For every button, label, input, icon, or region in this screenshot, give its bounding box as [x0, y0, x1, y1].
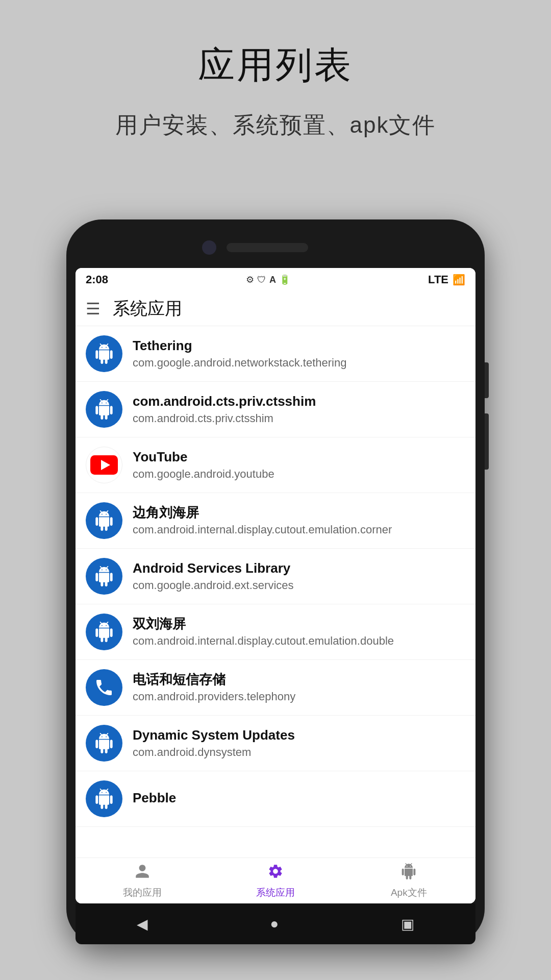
app-package: com.android.internal.display.cutout.emul…: [133, 634, 465, 649]
phone-top-bar: [66, 219, 485, 276]
home-button[interactable]: ●: [270, 916, 279, 932]
battery-icon: 🔋: [279, 274, 290, 285]
app-icon: [86, 447, 122, 483]
status-bar: 2:08 ⚙ 🛡 A 🔋 LTE 📶: [76, 268, 475, 291]
phone-camera: [202, 240, 216, 255]
app-text: YouTube com.google.android.youtube: [133, 449, 465, 481]
app-name: 电话和短信存储: [133, 671, 465, 689]
app-package: com.google.android.networkstack.tetherin…: [133, 356, 465, 371]
bottom-nav: 我的应用 系统应用 Apk文件: [76, 857, 475, 903]
app-text: Dynamic System Updates com.android.dynsy…: [133, 727, 465, 760]
app-package: com.google.android.youtube: [133, 467, 465, 482]
list-item[interactable]: 边角刘海屏 com.android.internal.display.cutou…: [76, 493, 475, 549]
list-item[interactable]: com.android.cts.priv.ctsshim com.android…: [76, 382, 475, 437]
apk-label: Apk文件: [391, 886, 427, 899]
app-text: com.android.cts.priv.ctsshim com.android…: [133, 393, 465, 426]
app-icon: [86, 391, 122, 428]
app-icon: [86, 335, 122, 372]
app-name: com.android.cts.priv.ctsshim: [133, 393, 465, 410]
app-name: Dynamic System Updates: [133, 727, 465, 744]
back-button[interactable]: ◀: [137, 916, 148, 933]
status-time: 2:08: [86, 273, 108, 286]
app-icon: [86, 502, 122, 539]
app-text: Pebble: [133, 790, 465, 808]
list-item[interactable]: 电话和短信存储 com.android.providers.telephony: [76, 660, 475, 716]
app-text: 边角刘海屏 com.android.internal.display.cutou…: [133, 504, 465, 537]
app-text: 双刘海屏 com.android.internal.display.cutout…: [133, 616, 465, 648]
page-header: 应用列表 用户安装、系统预置、apk文件: [0, 0, 551, 140]
app-bar: ☰ 系统应用: [76, 291, 475, 326]
hamburger-menu-icon[interactable]: ☰: [86, 299, 101, 318]
system-apps-label: 系统应用: [256, 886, 295, 899]
list-item[interactable]: YouTube com.google.android.youtube: [76, 437, 475, 493]
system-apps-icon: [267, 863, 284, 884]
app-package: com.android.providers.telephony: [133, 690, 465, 704]
phone-frame: 2:08 ⚙ 🛡 A 🔋 LTE 📶 ☰ 系统应用: [66, 219, 485, 944]
list-item[interactable]: Dynamic System Updates com.android.dynsy…: [76, 716, 475, 771]
status-network: LTE 📶: [428, 273, 465, 286]
status-icons: ⚙ 🛡 A 🔋: [246, 274, 290, 285]
vpn-icon: A: [269, 275, 276, 285]
app-bar-title: 系统应用: [113, 297, 182, 321]
app-package: com.android.internal.display.cutout.emul…: [133, 523, 465, 537]
app-package: com.google.android.ext.services: [133, 578, 465, 593]
phone-screen: 2:08 ⚙ 🛡 A 🔋 LTE 📶 ☰ 系统应用: [76, 268, 475, 903]
settings-icon: ⚙: [246, 274, 254, 285]
app-name: YouTube: [133, 449, 465, 466]
app-name: Tethering: [133, 337, 465, 355]
phone-nav-bar: ◀ ● ▣: [76, 903, 475, 944]
app-name: 双刘海屏: [133, 616, 465, 633]
app-package: com.android.cts.priv.ctsshim: [133, 411, 465, 426]
page-subtitle: 用户安装、系统预置、apk文件: [0, 110, 551, 140]
app-icon: [86, 780, 122, 817]
app-icon: [86, 725, 122, 762]
recents-button[interactable]: ▣: [401, 916, 414, 933]
app-icon: [86, 558, 122, 595]
nav-item-apk[interactable]: Apk文件: [342, 863, 475, 899]
signal-icon: 📶: [453, 274, 465, 286]
app-name: Android Services Library: [133, 560, 465, 577]
phone-power-button: [485, 413, 489, 470]
my-apps-icon: [134, 863, 151, 884]
shield-icon: 🛡: [257, 275, 266, 285]
phone-speaker: [227, 243, 308, 252]
list-item[interactable]: Pebble: [76, 771, 475, 827]
app-icon: [86, 669, 122, 706]
app-text: 电话和短信存储 com.android.providers.telephony: [133, 671, 465, 704]
my-apps-label: 我的应用: [123, 886, 162, 899]
app-text: Tethering com.google.android.networkstac…: [133, 337, 465, 370]
phone-volume-button: [485, 362, 489, 398]
page-title: 应用列表: [0, 41, 551, 90]
app-text: Android Services Library com.google.andr…: [133, 560, 465, 593]
app-name: 边角刘海屏: [133, 504, 465, 522]
app-package: com.android.dynsystem: [133, 745, 465, 760]
list-item[interactable]: Tethering com.google.android.networkstac…: [76, 326, 475, 382]
app-name: Pebble: [133, 790, 465, 807]
app-icon: [86, 614, 122, 650]
apk-icon: [400, 863, 417, 884]
lte-label: LTE: [428, 273, 448, 286]
nav-item-my-apps[interactable]: 我的应用: [76, 863, 209, 899]
list-item[interactable]: 双刘海屏 com.android.internal.display.cutout…: [76, 604, 475, 660]
app-list: Tethering com.google.android.networkstac…: [76, 326, 475, 857]
nav-item-system-apps[interactable]: 系统应用: [209, 863, 342, 899]
list-item[interactable]: Android Services Library com.google.andr…: [76, 549, 475, 604]
